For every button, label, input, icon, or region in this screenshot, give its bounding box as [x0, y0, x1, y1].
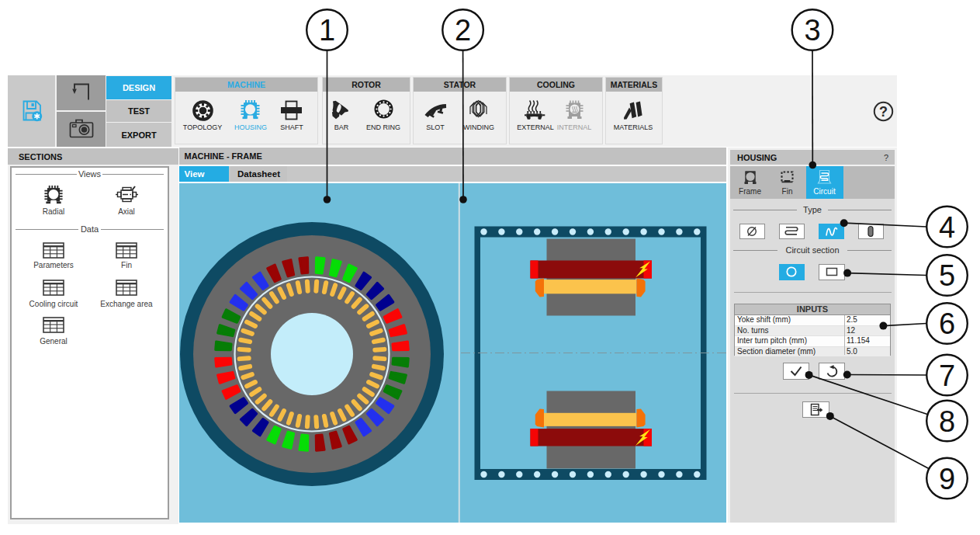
svg-text:6: 6: [939, 307, 955, 340]
svg-text:3: 3: [804, 14, 820, 47]
svg-text:8: 8: [939, 405, 955, 438]
svg-text:7: 7: [939, 360, 955, 392]
svg-text:1: 1: [319, 14, 335, 47]
svg-text:9: 9: [939, 463, 955, 495]
svg-text:2: 2: [455, 14, 471, 47]
svg-text:4: 4: [939, 211, 955, 244]
svg-text:5: 5: [939, 259, 955, 292]
